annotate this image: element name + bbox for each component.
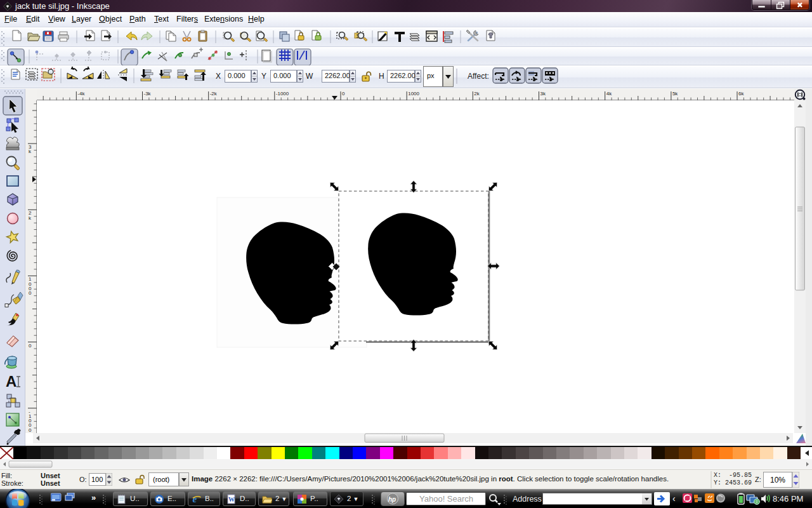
svg-text:2k: 2k: [474, 91, 480, 97]
svg-text:-4k: -4k: [77, 91, 85, 97]
svg-text:W: W: [228, 496, 235, 503]
svg-text:0: 0: [29, 290, 32, 296]
svg-text:4k: 4k: [606, 91, 612, 97]
svg-text:-3k: -3k: [144, 91, 152, 97]
svg-text:e: e: [193, 494, 197, 504]
svg-text:-2k: -2k: [210, 91, 218, 97]
svg-text:1000: 1000: [408, 91, 419, 97]
svg-text:6k: 6k: [738, 91, 744, 97]
svg-text:A: A: [6, 373, 16, 390]
svg-text:0: 0: [29, 427, 32, 433]
svg-text:0: 0: [342, 91, 345, 97]
svg-text:-1000: -1000: [276, 91, 289, 97]
svg-text:5k: 5k: [672, 91, 678, 97]
svg-text:3k: 3k: [540, 91, 546, 97]
svg-text:hp: hp: [388, 496, 396, 503]
svg-text:0: 0: [29, 343, 32, 349]
